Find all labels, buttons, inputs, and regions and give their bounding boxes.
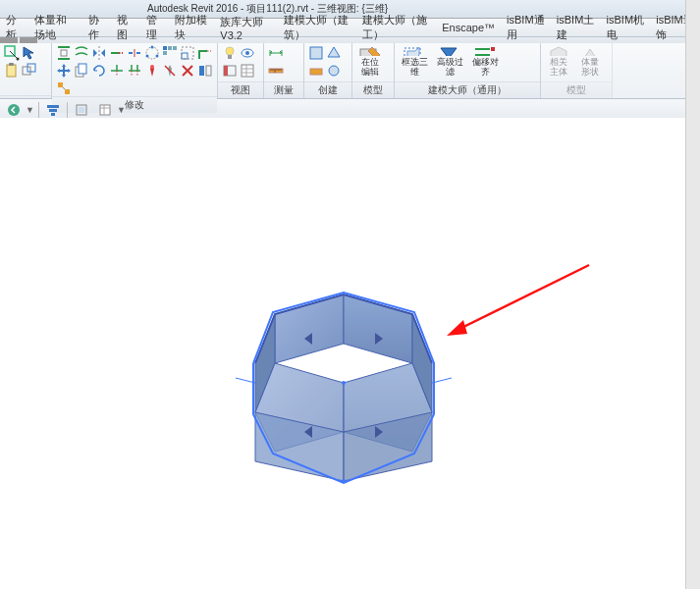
mirror-axis-icon[interactable] (91, 45, 107, 61)
svg-rect-22 (58, 82, 63, 87)
svg-point-1 (17, 58, 20, 61)
override-icon[interactable] (222, 63, 238, 79)
svg-rect-2 (7, 65, 16, 77)
panel-model-label: 模型 (352, 81, 394, 98)
rotate-icon[interactable] (91, 63, 107, 79)
thin-lines-button[interactable] (72, 101, 91, 119)
svg-rect-32 (310, 47, 322, 59)
filter-selection-button[interactable] (43, 101, 63, 119)
svg-rect-40 (49, 109, 57, 112)
edit-in-place-l2: 编辑 (361, 67, 379, 77)
box-select-3d-button[interactable]: 框选三维 (401, 45, 428, 77)
measure-icon[interactable] (268, 63, 284, 79)
menu-manage[interactable]: 管理 (140, 11, 169, 44)
svg-point-10 (146, 55, 149, 58)
modify-icon[interactable] (4, 45, 20, 61)
ribbon: 修改 视图 测量 创建 在位编辑 模型 (0, 43, 700, 99)
panel-model2-label: 模型 (541, 81, 612, 98)
advanced-filter-label: 高级过滤 (436, 57, 463, 77)
advanced-filter-button[interactable]: 高级过滤 (436, 45, 463, 77)
svg-rect-12 (168, 46, 172, 50)
svg-rect-37 (491, 47, 495, 51)
svg-point-8 (151, 46, 154, 49)
create4-icon[interactable] (326, 63, 342, 79)
pin-icon[interactable] (144, 63, 160, 79)
edit-in-place-button[interactable]: 在位编辑 (356, 45, 384, 77)
edit-in-place-l1: 在位 (361, 57, 379, 67)
unpin-icon[interactable] (162, 63, 178, 79)
svg-rect-4 (23, 67, 30, 75)
trim-multi-icon[interactable] (127, 63, 142, 79)
svg-rect-3 (9, 63, 14, 66)
dimension-icon[interactable] (268, 45, 284, 61)
svg-point-27 (245, 51, 249, 55)
svg-point-9 (156, 55, 159, 58)
paste-icon[interactable] (4, 63, 20, 79)
menu-isbim2[interactable]: isBIM土建 (551, 11, 601, 44)
svg-rect-20 (199, 66, 204, 76)
offset-align-label: 偏移对齐 (471, 57, 499, 77)
nav-back-button[interactable] (4, 101, 24, 119)
panel-view-label: 视图 (218, 81, 263, 98)
properties-button[interactable] (95, 101, 115, 119)
array-polar-icon[interactable] (144, 45, 160, 61)
panel-modify-label-left (0, 95, 51, 98)
props-icon[interactable] (240, 63, 255, 79)
join-icon[interactable] (22, 63, 37, 79)
props-dropdown-icon[interactable]: ▼ (117, 105, 126, 115)
split-icon[interactable] (127, 45, 142, 61)
scale-icon[interactable] (180, 45, 195, 61)
menu-modelarch[interactable]: 建模大师（建筑） (278, 11, 357, 44)
panel-measure-label: 测量 (264, 81, 303, 98)
menu-famlib[interactable]: 族库大师V3.2 (214, 13, 277, 43)
similar-icon[interactable] (56, 80, 72, 96)
move-icon[interactable] (56, 63, 72, 79)
menu-collaborate[interactable]: 协作 (82, 11, 111, 44)
delete-icon[interactable] (180, 63, 195, 79)
svg-rect-18 (79, 64, 86, 74)
trim-corner-icon[interactable] (197, 45, 213, 61)
svg-rect-41 (51, 113, 55, 116)
box-select-label: 框选三维 (401, 57, 428, 77)
bulb-icon[interactable] (222, 45, 238, 61)
annotation-arrow-icon (447, 265, 589, 336)
svg-rect-14 (163, 51, 167, 55)
panel-create-label: 创建 (304, 81, 351, 98)
related-host-button: 相关主体 (545, 45, 572, 77)
create2-icon[interactable] (326, 45, 342, 61)
svg-rect-23 (65, 89, 70, 94)
create3-icon[interactable] (308, 63, 324, 79)
svg-rect-5 (27, 64, 35, 72)
copy-icon[interactable] (74, 63, 89, 79)
svg-point-34 (329, 66, 339, 76)
menu-view[interactable]: 视图 (111, 11, 139, 44)
menu-isbim1[interactable]: isBIM通用 (501, 11, 551, 44)
svg-point-19 (150, 65, 154, 69)
hide-icon[interactable] (240, 45, 255, 61)
select-icon[interactable] (22, 45, 37, 61)
menu-modelcons[interactable]: 建模大师（施工） (356, 11, 436, 44)
svg-rect-25 (228, 55, 232, 59)
offset-align-button[interactable]: 偏移对齐 (471, 45, 499, 77)
offset-icon[interactable] (74, 45, 89, 61)
extend-icon[interactable] (109, 45, 125, 61)
array-icon[interactable] (162, 45, 178, 61)
vertical-scrollbar[interactable] (685, 0, 700, 589)
trim-single-icon[interactable] (109, 63, 125, 79)
menu-isbim3[interactable]: isBIM机电 (601, 11, 651, 44)
panel-general-label: 建模大师（通用） (395, 81, 540, 98)
3d-viewport[interactable] (0, 118, 700, 589)
mirror-pick-icon[interactable] (197, 63, 213, 79)
nav-dropdown-icon[interactable]: ▼ (26, 105, 34, 115)
menu-enscape[interactable]: Enscape™ (436, 20, 501, 35)
mass-form-button: 体量形状 (576, 45, 604, 77)
svg-marker-58 (447, 320, 467, 336)
menu-addins[interactable]: 附加模块 (169, 11, 214, 44)
align-icon[interactable] (56, 45, 72, 61)
svg-rect-33 (310, 69, 322, 75)
create1-icon[interactable] (308, 45, 324, 61)
svg-rect-29 (224, 66, 228, 76)
svg-rect-15 (182, 53, 188, 59)
svg-point-38 (8, 104, 20, 116)
svg-rect-30 (242, 65, 253, 77)
